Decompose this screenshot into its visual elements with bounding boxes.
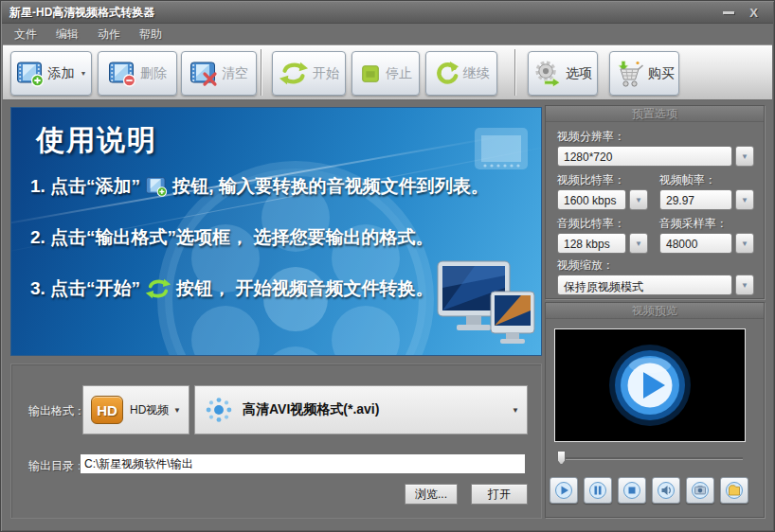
options-button[interactable]: 选项 [528, 51, 598, 96]
chevron-down-icon[interactable]: ▼ [735, 146, 754, 167]
start-label: 开始 [313, 65, 339, 82]
play-icon [554, 481, 573, 500]
clear-button[interactable]: 清空 [181, 51, 257, 96]
open-button[interactable]: 打开 [471, 484, 528, 505]
buy-button[interactable]: 购买 [609, 51, 679, 96]
film-remove-icon [108, 61, 136, 87]
preview-screen [554, 328, 746, 442]
options-label: 选项 [566, 65, 592, 82]
usage-title: 使用说明 [36, 121, 157, 160]
preview-stop-button[interactable] [618, 477, 646, 504]
resolution-label: 视频分辨率： [557, 129, 625, 145]
resume-label: 继续 [463, 65, 490, 82]
samplerate-label: 音频采样率： [659, 216, 728, 232]
minimize-icon[interactable] [723, 11, 734, 14]
convert-cycle-icon [145, 277, 171, 300]
chevron-down-icon[interactable]: ▼ [735, 275, 754, 295]
clear-label: 清空 [222, 65, 248, 82]
output-category-select[interactable]: HD HD视频 ▼ [82, 385, 189, 434]
resolution-select[interactable]: 1280*720 ▼ [557, 146, 754, 167]
toolbar-separator [514, 49, 515, 96]
seek-slider[interactable] [557, 451, 743, 466]
instruction-step-1: 1. 点击“添加” 按钮, 输入要转换的音视频文件到列表。 [30, 174, 489, 199]
stop-square-icon [622, 481, 641, 500]
remove-label: 删除 [140, 65, 167, 82]
slider-thumb[interactable] [557, 451, 566, 465]
instruction-step-3: 3. 点击“开始” 按钮， 开始视频音频文件转换。 [30, 276, 433, 301]
resume-button[interactable]: 继续 [425, 51, 497, 96]
speaker-icon [657, 481, 676, 500]
output-format-label: 输出格式： [28, 403, 85, 419]
hd-badge: HD [91, 396, 123, 424]
add-label: 添加 [48, 65, 75, 82]
pause-icon [588, 481, 607, 500]
video-scale-select[interactable]: 保持原视频模式 ▼ [557, 275, 754, 295]
preview-open-folder-button[interactable] [720, 477, 748, 504]
video-bitrate-select[interactable]: 1600 kbps ▼ [557, 189, 648, 210]
preview-pause-button[interactable] [584, 477, 612, 504]
film-watermark-icon [474, 127, 529, 170]
play-logo-icon [608, 344, 692, 427]
film-add-icon [145, 176, 168, 197]
output-dir-input[interactable] [80, 453, 526, 474]
chevron-down-icon[interactable]: ▼ [735, 189, 754, 210]
toolbar: 添加 ▼ 删除 清空 [3, 44, 772, 100]
app-window: 新星-HD高清视频格式转换器 X 文件 编辑 动作 帮助 添加 ▼ [0, 0, 775, 532]
menu-bar: 文件 编辑 动作 帮助 [5, 25, 171, 44]
stop-icon [359, 62, 382, 85]
film-add-icon [16, 61, 45, 87]
gear-icon [533, 60, 562, 88]
remove-button[interactable]: 删除 [98, 51, 177, 96]
chevron-down-icon[interactable]: ▼ [512, 406, 519, 415]
buy-label: 购买 [648, 65, 675, 82]
output-group: 输出格式： HD HD视频 ▼ 高清AVI视频格式(*.avi) ▼ 输出目录：… [10, 364, 542, 519]
stop-button[interactable]: 停止 [351, 51, 420, 96]
audio-bitrate-label: 音频比特率： [557, 216, 625, 232]
preview-volume-button[interactable] [652, 477, 680, 504]
output-format-select[interactable]: 高清AVI视频格式(*.avi) ▼ [194, 385, 528, 434]
chevron-down-icon[interactable]: ▼ [629, 189, 648, 210]
preset-options-header: 预置选项 [546, 106, 764, 122]
cart-icon [614, 60, 644, 88]
start-icon [279, 61, 309, 86]
instruction-step-2: 2. 点击“输出格式”选项框， 选择您要输出的格式。 [30, 225, 433, 250]
preview-play-button[interactable] [550, 477, 578, 504]
add-button[interactable]: 添加 ▼ [10, 51, 92, 96]
video-scale-label: 视频缩放： [557, 257, 614, 274]
menu-file[interactable]: 文件 [5, 25, 46, 44]
menu-help[interactable]: 帮助 [130, 25, 171, 44]
window-title: 新星-HD高清视频格式转换器 [9, 5, 154, 21]
start-button[interactable]: 开始 [272, 51, 346, 96]
output-dir-label: 输出目录： [28, 458, 85, 474]
monitors-image [432, 259, 538, 356]
camera-icon [691, 481, 710, 500]
film-clear-icon [189, 61, 218, 87]
video-preview-header: 视频预览 [546, 303, 764, 319]
title-bar[interactable]: 新星-HD高清视频格式转换器 X [2, 2, 773, 24]
audio-bitrate-select[interactable]: 128 kbps ▼ [557, 233, 648, 254]
stop-label: 停止 [386, 65, 412, 82]
add-dropdown-caret-icon[interactable]: ▼ [81, 70, 87, 77]
preview-snapshot-button[interactable] [686, 477, 714, 504]
menu-action[interactable]: 动作 [88, 25, 130, 44]
folder-icon [725, 481, 744, 500]
video-bitrate-label: 视频比特率： [557, 172, 625, 188]
chevron-down-icon[interactable]: ▼ [173, 406, 181, 415]
format-burst-icon [203, 394, 235, 426]
menu-edit[interactable]: 编辑 [46, 25, 88, 44]
slider-track[interactable] [560, 457, 743, 460]
browse-button[interactable]: 浏览... [405, 484, 458, 505]
window-controls: X [723, 7, 766, 19]
chevron-down-icon[interactable]: ▼ [629, 233, 648, 254]
chevron-down-icon[interactable]: ▼ [735, 233, 754, 254]
framerate-select[interactable]: 29.97 ▼ [659, 189, 754, 210]
toolbar-separator [261, 49, 261, 96]
instructions-panel: 使用说明 1. 点击“添加” 按钮, 输入要转换的音视频文件到列表。 2. 点击… [10, 107, 542, 356]
framerate-label: 视频帧率： [659, 172, 716, 188]
video-preview-group: 视频预览 [545, 302, 765, 518]
resume-icon [434, 61, 460, 86]
preset-options-group: 预置选项 视频分辨率： 1280*720 ▼ 视频比特率： 视频帧率： 1600… [545, 105, 765, 299]
samplerate-select[interactable]: 48000 ▼ [659, 233, 754, 254]
close-icon[interactable]: X [749, 7, 758, 19]
